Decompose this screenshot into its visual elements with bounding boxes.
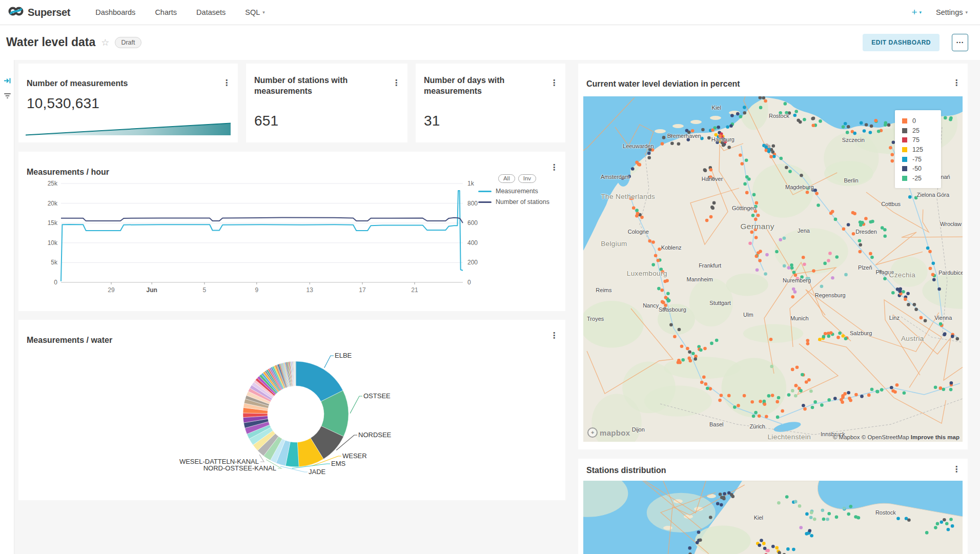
map-legend: 02575125-75-50-25	[895, 110, 941, 188]
donut-label: NORDSEE	[358, 431, 392, 439]
legend-inv-button[interactable]: Inv	[518, 174, 536, 183]
kebab-menu-icon[interactable]: ⋮	[952, 466, 961, 473]
legend-item[interactable]: Measurements	[478, 188, 556, 195]
legend-color-swatch	[902, 147, 907, 152]
nav-item-dashboards[interactable]: Dashboards	[86, 8, 145, 16]
edit-dashboard-button[interactable]: EDIT DASHBOARD	[863, 34, 940, 51]
chart-title: Stations distribution	[586, 466, 666, 475]
kebab-menu-icon[interactable]: ⋮	[952, 79, 961, 87]
svg-text:Jun: Jun	[147, 286, 157, 294]
mapbox-logo[interactable]: ✦ mapbox	[587, 427, 630, 438]
kebab-menu-icon[interactable]: ⋮	[222, 79, 231, 87]
legend-color-swatch	[902, 176, 907, 181]
donut-label: WESEL-DATTELN-KANAL	[179, 458, 259, 465]
dashboard-header: Water level data ☆ Draft EDIT DASHBOARD …	[0, 25, 980, 60]
chevron-down-icon: ▾	[262, 10, 265, 15]
chevron-down-icon: ▾	[920, 10, 922, 15]
mapbox-attribution-link[interactable]: © Mapbox	[833, 434, 860, 440]
svg-text:400: 400	[467, 239, 478, 247]
svg-text:200: 200	[467, 259, 478, 266]
svg-text:29: 29	[108, 286, 115, 294]
kpi-title: Number of stations with measurements	[254, 75, 387, 96]
legend-value-label: -75	[912, 156, 922, 163]
kebab-menu-icon[interactable]: ⋮	[392, 79, 400, 87]
map-legend-row: -75	[902, 154, 941, 164]
kpi-title: Number of measurements	[27, 79, 128, 88]
favorite-star-icon[interactable]: ☆	[101, 37, 109, 48]
deviation-map-card: Current water level deviation in percent…	[578, 64, 968, 449]
svg-text:0: 0	[54, 279, 57, 286]
svg-text:21: 21	[411, 286, 418, 294]
legend-value-label: 0	[912, 117, 916, 125]
settings-menu[interactable]: Settings▾	[936, 8, 968, 16]
map-legend-row: 25	[902, 126, 941, 136]
mapbox-logo-icon: ✦	[587, 427, 598, 438]
filter-funnel-icon[interactable]	[4, 92, 11, 100]
map-attribution: © Mapbox © OpenStreetMap Improve this ma…	[833, 434, 959, 440]
svg-text:0: 0	[467, 279, 471, 286]
stations-map[interactable]: KielRostock	[583, 481, 963, 554]
nav-item-label: SQL	[245, 8, 260, 16]
legend-color-swatch	[902, 137, 907, 142]
donut-label: EMS	[331, 460, 346, 467]
legend-color-swatch	[902, 128, 907, 133]
svg-text:5: 5	[203, 286, 207, 294]
donut-label: JADE	[309, 468, 326, 476]
nav-item-label: Datasets	[196, 8, 226, 16]
kpi-title: Number of days with measurements	[424, 75, 545, 96]
kpi-card-measurements: Number of measurements ⋮ 10,530,631	[18, 64, 238, 142]
osm-attribution-link[interactable]: © OpenStreetMap	[862, 434, 909, 440]
svg-text:10k: 10k	[48, 239, 58, 247]
map-legend-row: -50	[902, 164, 941, 174]
legend-value-label: 25	[912, 127, 920, 134]
svg-text:800: 800	[467, 200, 478, 207]
legend-item[interactable]: Number of stations	[478, 198, 556, 206]
nav-item-datasets[interactable]: Datasets	[187, 8, 235, 16]
legend-color-swatch	[902, 157, 907, 162]
legend-line-swatch	[478, 191, 492, 192]
kpi-value: 10,530,631	[27, 95, 99, 112]
svg-text:17: 17	[359, 286, 366, 294]
nav-item-sql[interactable]: SQL▾	[235, 8, 275, 16]
kebab-menu-icon[interactable]: ⋮	[550, 332, 558, 339]
legend-color-swatch	[902, 166, 907, 171]
donut-label: ELBE	[335, 352, 352, 359]
hour-chart-card: Measurements / hour ⋮ 25k1k20k80015k6001…	[18, 152, 565, 311]
svg-text:1k: 1k	[467, 180, 475, 187]
chart-title: Current water level deviation in percent	[586, 79, 740, 89]
more-actions-button[interactable]: ···	[952, 34, 968, 51]
donut-label: WESER	[342, 452, 367, 460]
improve-map-link[interactable]: Improve this map	[911, 434, 959, 440]
legend-value-label: -25	[912, 175, 922, 182]
kpi-value: 31	[424, 113, 440, 129]
legend-value-label: 75	[912, 136, 920, 143]
svg-text:13: 13	[307, 286, 314, 294]
map-legend-row: -25	[902, 174, 941, 183]
donut-label: OSTSEE	[363, 392, 391, 400]
nav-right: +▾ Settings▾	[911, 7, 968, 18]
svg-text:20k: 20k	[48, 200, 58, 207]
kpi-value: 651	[254, 113, 278, 129]
legend-color-swatch	[902, 118, 907, 124]
legend-value-label: -50	[912, 165, 922, 172]
legend-all-button[interactable]: All	[498, 174, 515, 183]
superset-logo[interactable]: Superset	[8, 6, 70, 19]
nav-item-label: Charts	[155, 8, 177, 16]
svg-text:15k: 15k	[48, 219, 58, 227]
nav-item-charts[interactable]: Charts	[145, 8, 187, 16]
legend-value-label: 125	[912, 146, 923, 153]
kpi-trendline	[26, 121, 231, 136]
page-title: Water level data	[6, 35, 95, 49]
donut-chart[interactable]: ELBEOSTSEENORDSEEWESEREMSJADENORD-OSTSEE…	[156, 330, 433, 499]
chevron-down-icon: ▾	[965, 10, 968, 15]
donut-label: NORD-OSTSEE-KANAL	[203, 464, 276, 472]
new-item-button[interactable]: +▾	[911, 7, 922, 18]
superset-logo-icon	[8, 6, 24, 19]
stations-map-card: Stations distribution ⋮ KielRostock	[578, 459, 968, 554]
svg-text:5k: 5k	[51, 259, 58, 266]
expand-filters-icon[interactable]	[4, 77, 11, 85]
kpi-card-stations: Number of stations with measurements ⋮ 6…	[246, 64, 407, 142]
kebab-menu-icon[interactable]: ⋮	[550, 79, 558, 87]
deviation-map[interactable]: LeeuwardenAmsterdamThe NetherlandsBremer…	[583, 96, 963, 442]
brand-name: Superset	[28, 7, 70, 18]
